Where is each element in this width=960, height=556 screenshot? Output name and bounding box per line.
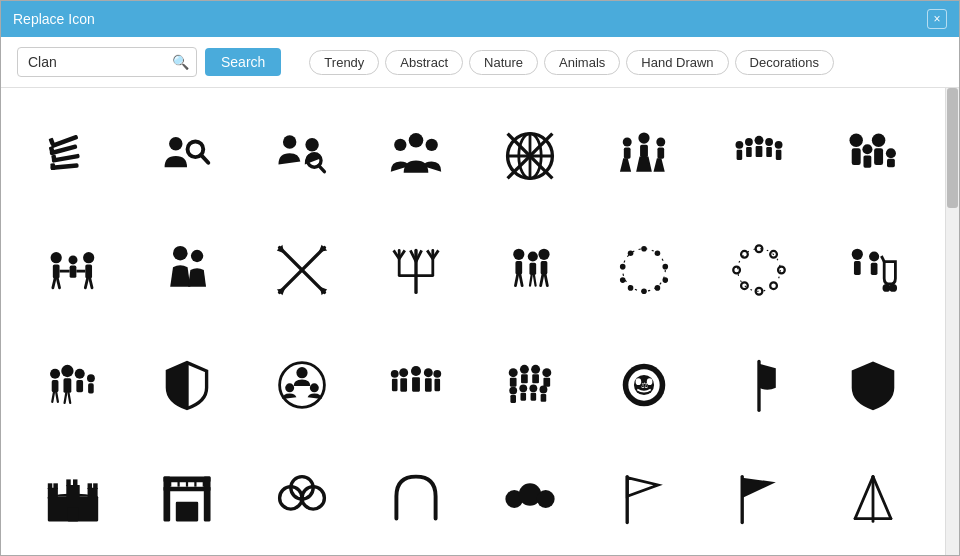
svg-rect-77 bbox=[541, 261, 548, 274]
svg-rect-37 bbox=[766, 147, 772, 157]
icon-globe-cross[interactable] bbox=[478, 104, 582, 208]
icon-circle-chain[interactable] bbox=[707, 218, 811, 322]
svg-rect-107 bbox=[871, 263, 878, 275]
icon-three-dots[interactable] bbox=[478, 447, 582, 551]
svg-line-78 bbox=[516, 275, 518, 286]
svg-point-48 bbox=[51, 252, 62, 263]
svg-point-89 bbox=[655, 285, 661, 291]
icon-people-group-circle[interactable] bbox=[250, 333, 354, 437]
filter-hand-drawn[interactable]: Hand Drawn bbox=[626, 50, 728, 75]
svg-rect-43 bbox=[874, 148, 883, 165]
svg-rect-162 bbox=[48, 488, 58, 499]
filter-tags: Trendy Abstract Nature Animals Hand Draw… bbox=[309, 50, 834, 75]
svg-point-144 bbox=[542, 368, 551, 377]
svg-rect-131 bbox=[400, 378, 407, 391]
svg-point-104 bbox=[852, 249, 863, 260]
svg-rect-135 bbox=[425, 378, 432, 391]
icon-family-stroller[interactable] bbox=[821, 218, 925, 322]
icon-clan-group2[interactable] bbox=[707, 104, 811, 208]
icon-flag1[interactable] bbox=[592, 447, 696, 551]
scrollbar-track[interactable] bbox=[945, 88, 959, 555]
search-button[interactable]: Search bbox=[205, 48, 281, 76]
icon-weapons-group[interactable] bbox=[21, 104, 125, 208]
icon-trident[interactable] bbox=[364, 218, 468, 322]
icon-arch[interactable] bbox=[364, 447, 468, 551]
icon-crossed-arrows[interactable] bbox=[250, 218, 354, 322]
icon-shield-half[interactable] bbox=[135, 333, 239, 437]
svg-point-40 bbox=[849, 134, 862, 147]
icon-people-search[interactable] bbox=[135, 104, 239, 208]
scrollbar-thumb[interactable] bbox=[947, 88, 958, 208]
svg-point-12 bbox=[305, 138, 318, 151]
svg-point-99 bbox=[770, 283, 777, 290]
svg-point-125 bbox=[296, 367, 307, 378]
icon-three-circles[interactable] bbox=[250, 447, 354, 551]
svg-point-159 bbox=[647, 378, 653, 385]
icon-tent[interactable] bbox=[821, 447, 925, 551]
svg-point-60 bbox=[173, 246, 188, 261]
svg-rect-75 bbox=[530, 263, 537, 275]
svg-point-34 bbox=[754, 136, 763, 145]
filter-nature[interactable]: Nature bbox=[469, 50, 538, 75]
svg-rect-143 bbox=[532, 374, 539, 383]
icon-castle[interactable] bbox=[21, 447, 125, 551]
svg-line-119 bbox=[52, 392, 54, 402]
icons-grid-container[interactable]: ⚖ bbox=[1, 88, 945, 555]
svg-rect-118 bbox=[88, 383, 94, 393]
icon-family-walk[interactable] bbox=[478, 218, 582, 322]
close-button[interactable]: × bbox=[927, 9, 947, 29]
icon-people-row[interactable] bbox=[364, 333, 468, 437]
icon-emblem[interactable]: ⚖ bbox=[592, 333, 696, 437]
icon-flag2[interactable] bbox=[707, 447, 811, 551]
filter-trendy[interactable]: Trendy bbox=[309, 50, 379, 75]
svg-rect-151 bbox=[531, 392, 537, 400]
replace-icon-dialog: Replace Icon × 🔍 Search Trendy Abstract … bbox=[0, 0, 960, 556]
svg-point-36 bbox=[765, 138, 773, 146]
search-input[interactable] bbox=[17, 47, 197, 77]
icon-people-search2[interactable] bbox=[250, 104, 354, 208]
svg-point-187 bbox=[537, 490, 555, 508]
svg-point-16 bbox=[394, 139, 406, 151]
svg-point-106 bbox=[869, 252, 879, 262]
svg-point-126 bbox=[285, 383, 294, 392]
svg-rect-33 bbox=[746, 147, 752, 157]
svg-rect-25 bbox=[624, 148, 631, 159]
svg-rect-129 bbox=[392, 378, 398, 390]
icon-family-baby[interactable] bbox=[821, 104, 925, 208]
svg-line-83 bbox=[545, 275, 547, 286]
icon-gate[interactable] bbox=[135, 447, 239, 551]
svg-point-87 bbox=[663, 264, 669, 270]
icon-circle-dots[interactable] bbox=[592, 218, 696, 322]
filter-decorations[interactable]: Decorations bbox=[735, 50, 834, 75]
svg-marker-67 bbox=[320, 287, 327, 295]
svg-point-72 bbox=[513, 249, 524, 260]
icon-woman-silhouette[interactable] bbox=[135, 218, 239, 322]
content-area: ⚖ bbox=[1, 88, 959, 555]
svg-line-58 bbox=[85, 279, 87, 289]
svg-point-90 bbox=[642, 289, 648, 295]
icon-family-holding-hands[interactable] bbox=[21, 218, 125, 322]
icon-family-small[interactable] bbox=[21, 333, 125, 437]
svg-rect-181 bbox=[176, 502, 198, 522]
svg-rect-27 bbox=[640, 145, 648, 157]
svg-line-121 bbox=[65, 392, 67, 402]
svg-point-38 bbox=[774, 141, 782, 149]
svg-rect-165 bbox=[48, 483, 52, 489]
dialog-title: Replace Icon bbox=[13, 11, 95, 27]
icon-clan-group1[interactable] bbox=[592, 104, 696, 208]
svg-line-192 bbox=[873, 476, 891, 518]
svg-rect-35 bbox=[755, 146, 762, 157]
icon-banner[interactable] bbox=[707, 333, 811, 437]
svg-line-110 bbox=[881, 256, 884, 262]
filter-animals[interactable]: Animals bbox=[544, 50, 620, 75]
icon-crowd[interactable] bbox=[478, 333, 582, 437]
svg-point-127 bbox=[309, 383, 318, 392]
svg-rect-29 bbox=[658, 148, 665, 159]
svg-point-98 bbox=[778, 267, 785, 274]
svg-rect-170 bbox=[93, 483, 97, 489]
filter-abstract[interactable]: Abstract bbox=[385, 50, 463, 75]
icon-shield[interactable] bbox=[821, 333, 925, 437]
icon-group[interactable] bbox=[364, 104, 468, 208]
svg-rect-163 bbox=[66, 485, 79, 499]
svg-point-130 bbox=[399, 368, 408, 377]
